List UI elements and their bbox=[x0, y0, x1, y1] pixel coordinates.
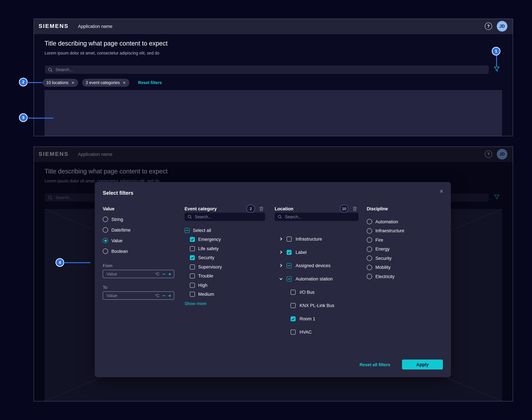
unchecked-checkbox-icon bbox=[190, 273, 195, 278]
unchecked-checkbox-icon bbox=[190, 246, 195, 251]
tree-node-label[interactable]: Label bbox=[275, 249, 359, 256]
checked-checkbox-icon[interactable] bbox=[291, 316, 296, 321]
chevron-right-icon[interactable] bbox=[279, 251, 283, 254]
radio-icon bbox=[367, 255, 372, 261]
event-category-search[interactable] bbox=[185, 213, 265, 221]
location-heading: Location bbox=[275, 206, 293, 211]
unchecked-checkbox-icon bbox=[190, 283, 195, 288]
radio-option-boolean[interactable]: Boolean bbox=[103, 248, 183, 255]
radio-option-value[interactable]: Value bbox=[103, 237, 183, 244]
tree-node-hvac[interactable]: HVAC bbox=[275, 328, 359, 336]
checked-checkbox-icon[interactable] bbox=[287, 250, 292, 255]
tree-node-infrastructure[interactable]: Infrastructure bbox=[275, 235, 359, 242]
checkbox-trouble[interactable]: Trouble bbox=[185, 272, 265, 280]
radio-icon bbox=[367, 219, 372, 224]
checked-checkbox-icon bbox=[190, 255, 195, 260]
radio-option-fire[interactable]: Fire bbox=[367, 236, 443, 243]
filter-chip-locations[interactable]: 10 locations ✕ bbox=[43, 79, 78, 87]
annotation-2-line bbox=[28, 82, 42, 83]
to-value-input[interactable]: °C − + bbox=[103, 291, 174, 300]
radio-option-datetime[interactable]: Date/time bbox=[103, 226, 183, 234]
close-icon[interactable]: ✕ bbox=[439, 189, 444, 194]
siemens-logo: SIEMENS bbox=[39, 23, 69, 30]
unchecked-checkbox-icon[interactable] bbox=[291, 303, 296, 308]
event-category-search-input[interactable] bbox=[194, 214, 262, 220]
reset-all-filters-link[interactable]: Reset all filters bbox=[360, 362, 390, 367]
checkbox-high[interactable]: High bbox=[185, 282, 265, 289]
radio-icon bbox=[367, 237, 372, 242]
trash-icon[interactable] bbox=[259, 206, 264, 211]
radio-icon bbox=[367, 246, 372, 252]
chevron-down-icon[interactable] bbox=[279, 277, 283, 280]
location-tree: Infrastructure Label Assigned devices Au… bbox=[275, 235, 359, 336]
annotation-3: 3 bbox=[19, 113, 28, 122]
chip-close-icon[interactable]: ✕ bbox=[71, 81, 74, 85]
dialog-title: Select filters bbox=[103, 190, 133, 196]
decrement-button[interactable]: − bbox=[162, 293, 165, 298]
checkbox-medium[interactable]: Medium bbox=[185, 291, 265, 298]
search-input[interactable] bbox=[55, 67, 486, 73]
filter-funnel-icon[interactable] bbox=[494, 66, 500, 73]
selected-count-badge: 2 bbox=[246, 205, 255, 213]
radio-option-infraestructure[interactable]: Infraestructure bbox=[367, 227, 443, 234]
checkbox-select-all[interactable]: Select all bbox=[185, 227, 265, 234]
from-input-field[interactable] bbox=[106, 271, 152, 277]
increment-button[interactable]: + bbox=[168, 293, 171, 298]
checkbox-emergency[interactable]: Emergency bbox=[185, 236, 265, 243]
page-subtitle: Lorem ipsum dolor sit amet, consectetur … bbox=[45, 51, 159, 56]
trash-icon[interactable] bbox=[352, 206, 357, 211]
chevron-right-icon[interactable] bbox=[279, 237, 283, 240]
chevron-right-icon[interactable] bbox=[279, 264, 283, 267]
show-more-link[interactable]: Show more bbox=[185, 301, 265, 307]
checkbox-supervisory[interactable]: Supervisory bbox=[185, 263, 265, 270]
radio-icon bbox=[103, 217, 108, 222]
avatar[interactable]: JD bbox=[497, 21, 507, 31]
radio-option-energy[interactable]: Energy bbox=[367, 245, 443, 253]
content-placeholder bbox=[45, 90, 502, 136]
search-icon bbox=[278, 215, 282, 219]
indeterminate-checkbox-icon[interactable] bbox=[287, 276, 292, 281]
location-filter-column: Location 10 Infrastructure bbox=[275, 205, 359, 342]
tree-node-io-bus[interactable]: I/O Bus bbox=[275, 288, 359, 296]
unit-label: °C bbox=[155, 293, 159, 298]
help-icon[interactable]: ? bbox=[485, 23, 492, 30]
unchecked-checkbox-icon[interactable] bbox=[287, 236, 292, 241]
reset-filters-link[interactable]: Reset filters bbox=[138, 80, 162, 85]
checkbox-life-safety[interactable]: Life safety bbox=[185, 245, 265, 252]
apply-button[interactable]: Apply bbox=[402, 360, 443, 370]
increment-button[interactable]: + bbox=[168, 271, 171, 276]
annotation-2: 2 bbox=[19, 78, 28, 86]
radio-option-automation[interactable]: Automation bbox=[367, 218, 443, 225]
radio-option-security[interactable]: Security bbox=[367, 255, 443, 262]
tree-node-automation-station[interactable]: Automation station bbox=[275, 275, 359, 283]
indeterminate-checkbox-icon[interactable] bbox=[287, 263, 292, 268]
applied-filters-row: 10 locations ✕ 2 event categories ✕ Rese… bbox=[43, 79, 162, 87]
radio-icon bbox=[367, 228, 372, 233]
checkbox-security[interactable]: Security bbox=[185, 254, 265, 261]
from-value-input[interactable]: °C − + bbox=[103, 270, 174, 278]
radio-icon bbox=[367, 274, 372, 279]
discipline-heading: Discipline bbox=[367, 206, 388, 211]
tree-node-room-1[interactable]: Room 1 bbox=[275, 315, 359, 322]
radio-icon bbox=[103, 227, 108, 233]
tree-node-assigned-devices[interactable]: Assigned devices bbox=[275, 262, 359, 269]
filter-chip-event-categories[interactable]: 2 event categories ✕ bbox=[82, 79, 129, 87]
radio-icon bbox=[103, 249, 108, 254]
unit-label: °C bbox=[155, 272, 159, 276]
tree-node-knx-pl-link-bus[interactable]: KNX PL-Link Bus bbox=[275, 302, 359, 309]
to-input-field[interactable] bbox=[106, 293, 152, 298]
chip-label: 10 locations bbox=[46, 80, 68, 85]
page-title: Title describing what page content to ex… bbox=[45, 40, 168, 47]
radio-option-mobility[interactable]: Mobility bbox=[367, 264, 443, 271]
unchecked-checkbox-icon[interactable] bbox=[291, 290, 296, 295]
application-name: Application name bbox=[78, 24, 112, 29]
radio-option-electricity[interactable]: Electricity bbox=[367, 273, 443, 280]
unchecked-checkbox-icon[interactable] bbox=[291, 330, 296, 334]
location-search[interactable] bbox=[275, 213, 359, 221]
search-bar[interactable] bbox=[45, 65, 489, 74]
location-search-input[interactable] bbox=[284, 214, 355, 220]
radio-option-string[interactable]: String bbox=[103, 216, 183, 223]
discipline-filter-column: Discipline Automation Infraestructure Fi… bbox=[367, 205, 443, 282]
chip-close-icon[interactable]: ✕ bbox=[123, 81, 126, 85]
decrement-button[interactable]: − bbox=[162, 271, 165, 276]
